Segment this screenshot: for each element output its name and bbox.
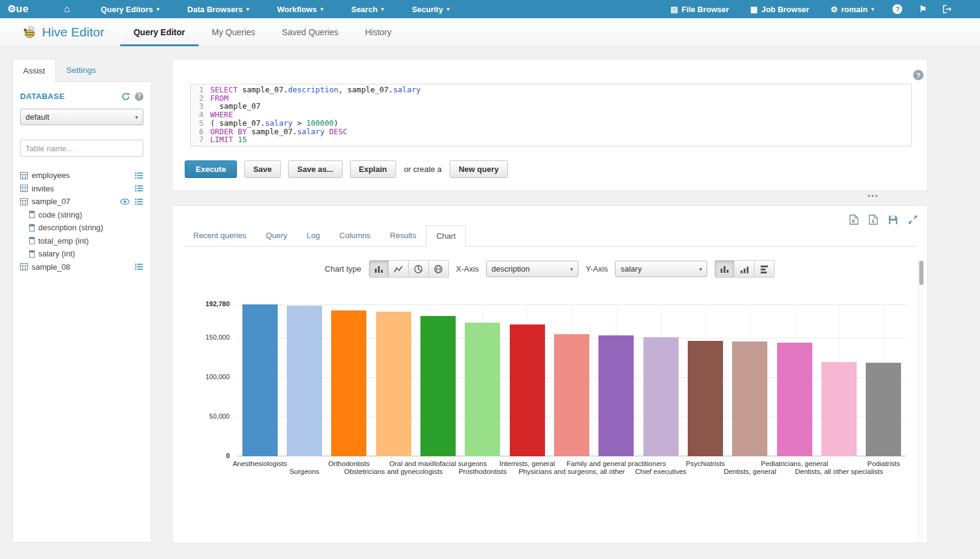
bar-4[interactable] [420, 316, 456, 456]
code-lines: SELECT sample_07.description, sample_07.… [207, 84, 420, 146]
help-button[interactable]: ? [893, 4, 902, 14]
x-tick-label: Podiatrists [867, 460, 900, 467]
table-icon [20, 185, 28, 192]
tab-assist[interactable]: Assist [12, 59, 56, 82]
column-name: description (string) [38, 223, 103, 232]
bar-14[interactable] [866, 363, 901, 456]
sign-out-button[interactable] [943, 5, 952, 13]
menu-label: Data Browsers [187, 5, 242, 14]
table-item-sample_08[interactable]: sample_08 [20, 261, 143, 274]
x-tick-label: Pediatricians, general [761, 460, 828, 467]
table-item-employees[interactable]: employees [20, 169, 143, 182]
column-icon [29, 250, 35, 258]
bar-1[interactable] [287, 306, 322, 456]
database-select[interactable]: default ▾ [20, 109, 143, 125]
bar-chart-type-button[interactable] [369, 260, 389, 278]
y-tick-label: 150,000 [203, 334, 230, 341]
bar-5[interactable] [465, 323, 500, 456]
scrollbar-thumb[interactable] [919, 261, 923, 285]
table-list: employeesinvitessample_07code (string)de… [20, 169, 143, 273]
tab-columns[interactable]: Columns [330, 225, 380, 246]
table-item-sample_07[interactable]: sample_07 [20, 195, 143, 208]
line-number: 7 [191, 135, 204, 144]
column-item[interactable]: description (string) [20, 221, 143, 235]
column-item[interactable]: total_emp (int) [20, 235, 143, 248]
app-title[interactable]: Hive Editor [22, 18, 105, 46]
list-icon[interactable] [135, 172, 143, 179]
menu-query-editors[interactable]: Query Editors▾ [87, 0, 174, 18]
tab-results[interactable]: Results [380, 225, 426, 246]
tab-settings[interactable]: Settings [56, 59, 106, 81]
bar-6[interactable] [510, 324, 545, 456]
list-icon[interactable] [135, 263, 143, 270]
tab-log[interactable]: Log [297, 225, 330, 246]
x-tick-label: Psychiatrists [686, 460, 725, 467]
y-axis-select[interactable]: salary ▾ [615, 261, 707, 277]
bar-12[interactable] [777, 343, 812, 456]
sorted-bars-icon [740, 265, 749, 273]
horizontal-bars-button[interactable] [755, 260, 775, 278]
tab-history[interactable]: History [352, 18, 405, 46]
expand-results-button[interactable] [908, 215, 917, 224]
tab-saved-queries[interactable]: Saved Queries [269, 18, 352, 46]
job-browser-button[interactable]: ▦ Job Browser [748, 0, 812, 18]
refresh-icon[interactable] [122, 92, 130, 101]
menu-security[interactable]: Security▾ [398, 0, 464, 18]
menu-data-browsers[interactable]: Data Browsers▾ [173, 0, 263, 18]
menu-workflows[interactable]: Workflows▾ [263, 0, 337, 18]
chart-type-label: Chart type [325, 264, 362, 273]
tab-recent-queries[interactable]: Recent queries [183, 225, 256, 246]
bar-8[interactable] [598, 335, 634, 456]
panel-resize-handle[interactable]: ••• [868, 192, 879, 201]
file-browser-button[interactable]: ▤ File Browser [668, 0, 732, 18]
tab-chart[interactable]: Chart [426, 225, 466, 247]
chevron-down-icon: ▾ [571, 266, 574, 272]
list-icon[interactable] [135, 198, 143, 205]
line-chart-type-button[interactable] [389, 260, 409, 278]
new-query-button[interactable]: New query [450, 160, 508, 178]
database-help-icon[interactable]: ? [135, 92, 143, 101]
vertical-bars-button[interactable] [714, 260, 735, 278]
editor-actions: Execute Save Save as... Explain or creat… [185, 160, 508, 178]
map-chart-type-button[interactable] [429, 260, 449, 278]
tab-query[interactable]: Query [256, 225, 296, 246]
sql-code-editor[interactable]: 1234567 SELECT sample_07.description, sa… [190, 84, 912, 146]
x-axis-select[interactable]: description ▾ [486, 261, 578, 277]
list-icon[interactable] [135, 185, 143, 192]
bar-2[interactable] [331, 310, 366, 456]
menu-search[interactable]: Search▾ [337, 0, 398, 18]
column-icon [29, 224, 35, 231]
bar-7[interactable] [554, 334, 589, 456]
eye-icon[interactable] [120, 199, 129, 205]
database-label: DATABASE [20, 92, 65, 101]
x-tick-label: Dentists, general [724, 468, 776, 475]
table-filter-input[interactable] [20, 140, 143, 157]
editor-help-icon[interactable]: ? [913, 70, 923, 80]
bar-13[interactable] [821, 362, 857, 456]
bar-11[interactable] [732, 341, 767, 456]
explain-button[interactable]: Explain [350, 160, 396, 178]
tab-query-editor[interactable]: Query Editor [120, 18, 199, 46]
database-select-value: default [26, 112, 49, 122]
pie-chart-type-button[interactable] [409, 260, 429, 278]
save-button[interactable]: Save [244, 160, 281, 178]
tab-my-queries[interactable]: My Queries [199, 18, 269, 46]
hue-logo[interactable]: ⚙ ue [7, 3, 29, 15]
save-as-button[interactable]: Save as... [288, 160, 342, 178]
sorted-bars-button[interactable] [735, 260, 755, 278]
download-results-button[interactable] [869, 214, 878, 225]
flag-icon[interactable]: ⚑ [919, 4, 927, 14]
user-menu[interactable]: ⚙ romain ▾ [828, 0, 877, 18]
table-item-invites[interactable]: invites [20, 182, 143, 196]
bar-9[interactable] [643, 337, 679, 456]
column-item[interactable]: salary (int) [20, 247, 143, 261]
execute-button[interactable]: Execute [185, 160, 237, 178]
bar-3[interactable] [376, 312, 411, 456]
bar-0[interactable] [242, 304, 278, 456]
home-button[interactable]: ⌂ [61, 0, 72, 18]
column-item[interactable]: code (string) [20, 208, 143, 222]
bar-10[interactable] [688, 341, 723, 456]
export-excel-button[interactable] [849, 214, 858, 225]
save-results-button[interactable] [888, 215, 898, 225]
results-panel: Recent queriesQueryLogColumnsResultsChar… [172, 205, 928, 543]
